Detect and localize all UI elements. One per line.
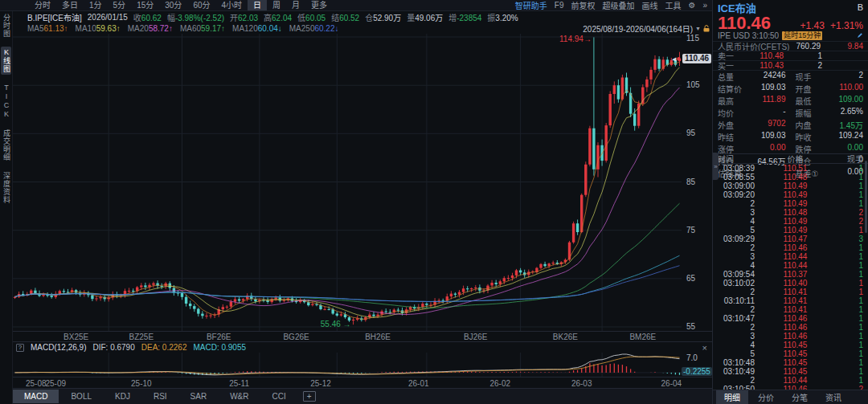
period-tab-30分[interactable]: 30分 [159,0,187,10]
collapse-panel-handle[interactable]: » [713,153,719,180]
trade-price: 110.41 [755,296,836,305]
close-indicator-icon[interactable]: × [702,343,712,353]
trade-time: 03:09:29 [718,235,755,243]
cny-extra: 9.84 [848,42,863,51]
date-label-26-02: 26-02 [489,379,510,388]
sidebar-item-K线图[interactable]: K线图 [1,47,11,75]
chart-type-sidebar: 分时图K线图TICK成交明细深度资料 [0,11,13,404]
toolbar-item-智研助手[interactable]: 智研助手 [515,0,547,11]
ma-label: MA5 [27,24,44,33]
indicator-tab-SAR[interactable]: SAR [179,390,219,403]
indicator-tab-W&R[interactable]: W&R [219,390,260,403]
period-tab-60分[interactable]: 60分 [187,0,215,10]
stat-内盘: 内盘1.45万 [796,119,864,131]
trade-time: 4 [718,341,755,349]
ma-value: 58.72↑ [149,24,173,33]
ma-label: MA10 [76,24,96,33]
trade-price: 110.48 [755,208,836,217]
trade-price: 110.46 [755,323,836,332]
sidebar-item-成交明细[interactable]: 成交明细 [1,128,11,163]
indicator-header: ? MACD(12,26,9) DIF: 0.6790 DEA: 0.2262 … [13,341,712,353]
chart-section: 分时多日1分5分15分30分60分4小时日周月更多 智研助手F9前复权超级叠加画… [0,0,712,404]
macd-chart[interactable] [13,353,682,377]
trade-row: 03:09:00110.491 [713,182,868,190]
stats-row: 最高111.89最低109.00 [713,95,868,107]
trade-time: 03:09:00 [718,182,755,190]
indicator-tab-RSI[interactable]: RSI [142,390,178,403]
contract-label-BK26E: BK26E [553,333,578,341]
change-value: +1.43 [800,20,825,31]
stat-外盘: 外盘9702 [718,119,786,131]
trades-list[interactable]: 03:08:39110.51103:08:55110.48103:09:0011… [713,164,868,390]
contract-label-BZ25E: BZ25E [129,333,154,341]
period-tab-4小时[interactable]: 4小时 [216,0,248,10]
stat-value: 2 [858,71,863,83]
toolbar-item-超级叠加[interactable]: 超级叠加 [602,0,634,11]
stat-label: 均价 [718,107,734,119]
stat-value: 111.89 [762,95,785,107]
edit-icon[interactable] [857,31,863,40]
trade-price: 110.41 [755,288,836,296]
indicator-tab-CCI[interactable]: CCI [261,390,297,403]
trade-row: 3110.441 [713,252,868,261]
info-field-量: 量49.06万 [407,11,443,22]
unlock-icon[interactable] [703,25,710,32]
period-tab-更多[interactable]: 更多 [305,0,333,10]
period-tab-多日[interactable]: 多日 [56,0,84,10]
candlestick-chart[interactable]: 114.94→55.46 →◀ [13,34,682,331]
period-tab-分时[interactable]: 分时 [29,0,56,10]
indicator-tab-MACD[interactable]: MACD [13,390,59,403]
quote-panel: » ICE布油 B 110.46 +1.43 +1.31% IPE USD 3:… [712,0,868,404]
ma-value: 59.17↑ [201,24,225,33]
gear-icon[interactable]: ⚙ [688,1,695,10]
price-tick-115: 115 [686,34,699,43]
trade-row: 3110.461 [713,332,868,341]
period-tab-月[interactable]: 月 [286,0,305,10]
trades-table-header: 时间 价格 现手 [713,153,868,164]
sidebar-item-分时图[interactable]: 分时图 [1,12,11,39]
add-indicator-icon[interactable]: + [303,391,316,402]
trade-qty: 1 [836,367,863,376]
panel-tab-分价[interactable]: 分价 [750,390,782,404]
date-label-26-04: 26-04 [661,379,682,388]
toolbar-item-工具[interactable]: 工具 [665,0,681,11]
period-tab-15分[interactable]: 15分 [131,0,159,10]
info-field-label: 量 [407,14,415,22]
period-tab-5分[interactable]: 5分 [108,0,132,10]
period-tab-周[interactable]: 周 [267,0,286,10]
sidebar-item-TICK[interactable]: TICK [1,82,11,120]
sidebar-item-深度资料[interactable]: 深度资料 [1,170,11,206]
date-label-25-09: 25-09 [45,379,66,388]
period-tab-日[interactable]: 日 [248,0,267,10]
contract-label-BF26E: BF26E [207,333,231,341]
help-icon[interactable]: ? [16,344,24,352]
scrollbar[interactable] [865,161,867,233]
panel-tab-资讯[interactable]: 资讯 [817,390,850,404]
info-field-value: -23854 [457,14,481,22]
indicator-tab-KDJ[interactable]: KDJ [104,390,141,403]
trade-row: 03:09:29110.473 [713,235,868,243]
toolbar-item-F9[interactable]: F9 [555,1,564,10]
ma-legend-row: MA561.13↑MA1059.63↑MA2058.72↑MA6059.17↑M… [13,22,712,34]
ma-value: 60.22↓ [314,24,338,33]
toolbar-item-画线[interactable]: 画线 [641,0,657,11]
panel-tab-分笔[interactable]: 分笔 [784,390,816,404]
expand-icon[interactable]: » [702,1,707,10]
indicator-tab-BOLL[interactable]: BOLL [59,390,103,403]
trade-qty: 1 [836,252,863,261]
price-tick-65: 65 [686,274,695,283]
indicator-title: MACD(12,26,9) [31,343,86,352]
trade-row: 5110.451 [713,349,868,358]
stats-row: 昨结109.03昨收109.24 [713,131,868,143]
price-tick-105: 105 [686,80,700,89]
stat-label: 昨收 [796,131,812,143]
date-label-26-01: 26-01 [408,379,429,388]
period-tab-1分[interactable]: 1分 [84,0,108,10]
trade-qty: 1 [836,226,863,235]
trade-price: 110.46 [755,243,836,252]
panel-tab-明细[interactable]: 明细 [716,390,748,404]
date-range-selector[interactable]: 2025/08/19-2026/04/06(164日) ▼ [583,22,712,35]
toolbar-item-前复权[interactable]: 前复权 [571,0,595,11]
svg-text:55.46 →: 55.46 → [321,320,351,329]
trade-qty: 1 [836,243,863,252]
